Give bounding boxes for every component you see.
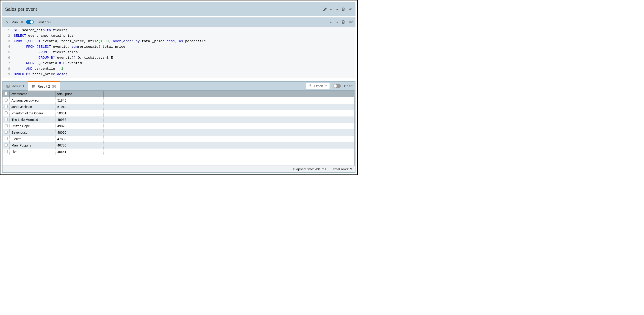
cell-total-price: 46780 [56,142,104,148]
svg-marker-0 [6,21,8,24]
code-line[interactable]: FROM (SELECT eventid, total_price, ntile… [14,39,356,44]
cell-filler [104,142,354,148]
code-line[interactable]: ORDER BY total_price desc; [14,72,356,77]
svg-rect-5 [32,85,35,88]
cell-eventname: Citizen Cope [10,123,56,129]
column-header[interactable]: eventname [10,91,56,97]
row-checkbox[interactable] [3,110,10,116]
line-number: 3 [2,39,14,44]
chevron-down-icon[interactable] [335,20,339,24]
results-table: eventnametotal_price Adriana Lecouvreur5… [2,90,354,155]
code-line[interactable]: FROM (SELECT eventid, sum(pricepaid) tot… [14,44,356,50]
code-line[interactable]: SET search_path to tickit; [14,28,356,33]
result-tab[interactable]: Result 2(9) [28,82,60,90]
table-row[interactable]: Phantom of the Opera50301 [3,110,354,116]
row-checkbox[interactable] [3,136,10,142]
cell-filler [104,116,354,123]
export-label: Export [314,84,323,88]
table-row[interactable]: Adriana Lecouvreur51846 [3,97,354,104]
play-icon[interactable] [5,20,9,24]
row-checkbox[interactable] [3,97,10,104]
chevron-up-icon[interactable] [329,7,333,11]
line-number: 1 [2,28,14,33]
cell-total-price: 49823 [56,123,104,129]
cell-eventname: The Little Mermaid [10,116,56,123]
table-row[interactable]: The Little Mermaid49956 [3,116,354,123]
trash-icon[interactable] [341,20,346,24]
tab-label: Result 1 [12,84,24,88]
cell-id: #2 [349,20,353,24]
trash-icon[interactable] [341,7,346,12]
total-rows: Total rows: 9 [333,167,352,171]
cell-total-price: 50301 [56,110,104,116]
cell-total-price: 47883 [56,136,104,142]
limit-label: Limit 100 [37,20,51,24]
export-button[interactable]: Export [306,83,330,89]
elapsed-time: Elapsed time: 401 ms [293,167,326,171]
cell-filler [104,129,354,136]
table-row[interactable]: Janet Jackson51049 [3,104,354,110]
cell-eventname: Electra [10,136,56,142]
cell-title: Sales per event [5,7,37,12]
cell-eventname: Mary Poppins [10,142,56,148]
column-header[interactable]: total_price [56,91,104,97]
table-row[interactable]: Citizen Cope49823 [3,123,354,129]
cell-eventname: Live [10,148,56,155]
svg-marker-9 [326,86,327,86]
line-number: 5 [2,50,14,55]
cell-total-price: 46661 [56,148,104,155]
row-checkbox[interactable] [3,142,10,148]
cell-filler [104,148,354,155]
results-tabs: Result 1Result 2(9) Export Chart [2,82,355,90]
table-row[interactable]: Live46661 [3,148,354,155]
code-line[interactable]: GROUP BY eventid)) Q, tickit.event E [14,55,356,61]
cell-total-price: 49956 [56,116,104,123]
header-filler [104,91,354,97]
status-bar: Elapsed time: 401 ms Total rows: 9 [2,166,355,172]
cell-id: #1 [349,7,353,11]
line-number: 4 [2,44,14,50]
select-all-checkbox[interactable] [3,91,10,97]
svg-rect-1 [7,85,10,88]
cell-header: Sales per event #1 [2,2,356,16]
edit-icon[interactable] [323,7,327,12]
stop-icon[interactable] [21,21,24,24]
cell-filler [104,97,354,104]
code-line[interactable]: AND percentile = 1 [14,66,356,72]
table-row[interactable]: Mary Poppins46780 [3,142,354,148]
row-checkbox[interactable] [3,104,10,110]
result-tab[interactable]: Result 1 [2,82,28,90]
row-checkbox[interactable] [3,148,10,155]
cell-filler [104,136,354,142]
results-panel: Result 1Result 2(9) Export Chart eventna… [2,82,356,173]
line-number: 9 [2,72,14,77]
line-number: 8 [2,66,14,72]
cell-eventname: Adriana Lecouvreur [10,97,56,104]
row-checkbox[interactable] [3,123,10,129]
cell-total-price: 51049 [56,104,104,110]
chevron-up-icon[interactable] [329,20,333,24]
chevron-down-icon[interactable] [335,7,339,11]
code-editor[interactable]: 1SET search_path to tickit;2SELECT event… [2,26,356,78]
cell-filler [104,104,354,110]
line-number: 6 [2,55,14,61]
cell-total-price: 48020 [56,129,104,136]
cell-eventname: Sevendust [10,129,56,136]
code-line[interactable]: FROM tickit.sales [14,50,356,55]
cell-eventname: Janet Jackson [10,104,56,110]
code-line[interactable]: SELECT eventname, total_price [14,33,356,39]
cell-filler [104,110,354,116]
editor-toolbar: Run Limit 100 #2 [2,18,356,26]
limit-toggle[interactable] [26,20,34,24]
run-button[interactable]: Run [12,20,18,24]
line-number: 2 [2,33,14,39]
table-row[interactable]: Electra47883 [3,136,354,142]
row-checkbox[interactable] [3,116,10,123]
table-icon [6,84,10,88]
row-checkbox[interactable] [3,129,10,136]
table-row[interactable]: Sevendust48020 [3,129,354,136]
tab-label: Result 2 [38,84,50,88]
chart-toggle[interactable] [333,84,341,88]
cell-total-price: 51846 [56,97,104,104]
code-line[interactable]: WHERE Q.eventid = E.eventid [14,61,356,66]
